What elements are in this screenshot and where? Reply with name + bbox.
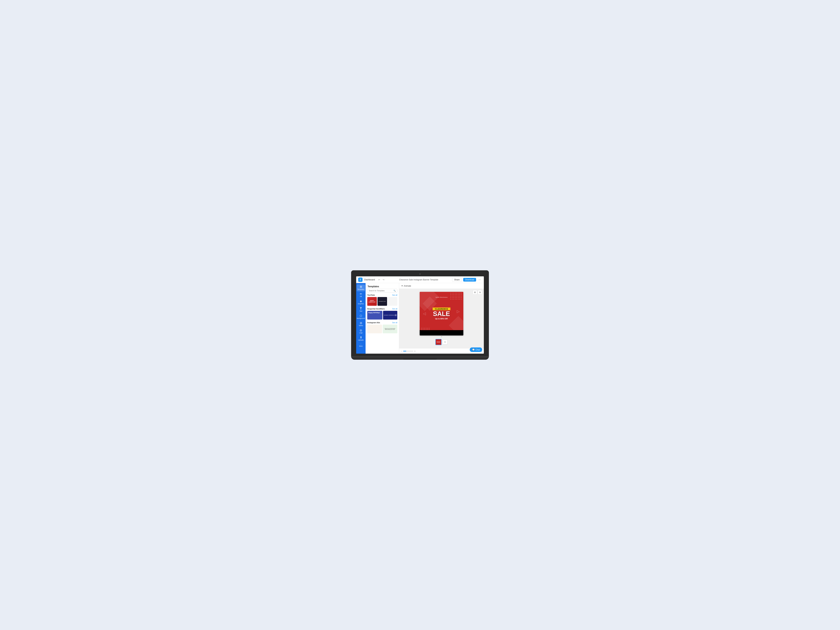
template-label: HAPPY LABOR DAY	[368, 300, 376, 303]
zoom-minus[interactable]: −	[401, 350, 402, 352]
zoom-slider[interactable]	[403, 351, 413, 352]
laptop: T Dashboard ↩ ↪ Clearance Sale Instagram…	[351, 270, 489, 360]
clearance-label: CLEARANCE	[433, 308, 450, 310]
sidebar-item-label: Uploads	[358, 339, 363, 341]
search-icon: 🔍	[393, 290, 396, 292]
arrow-left-decor: ◁	[423, 311, 426, 316]
share-button[interactable]: Share	[452, 278, 462, 282]
canvas-grid-button[interactable]: ⊞	[473, 290, 477, 295]
snapchat-template-grid: Happy Birthday! BUSINESS CONFERENCE 2030…	[367, 311, 397, 319]
sale-block: CLEARANCE SALE Up to 80% Off!	[433, 307, 450, 319]
zoom-plus[interactable]: +	[414, 350, 415, 352]
topbar-right: Share Download ···	[452, 278, 482, 282]
chat-icon: 💬	[472, 349, 475, 351]
sidebar-item-graphics[interactable]: ◈ Graphics	[357, 299, 365, 306]
see-all-instagram[interactable]: See all	[392, 322, 397, 324]
dashboard-label[interactable]: Dashboard	[364, 278, 375, 281]
template-section-snapchat: Snapchat Geofilters See all Happy Birthd…	[367, 308, 397, 319]
canvas-area: ✦ Animate ⊞ ⧉	[399, 283, 484, 354]
camera	[419, 273, 421, 275]
template-section-instagram: Instagram Ads See all Shop for your favo…	[367, 322, 397, 333]
sidebar-item-label: Fill	[360, 296, 362, 297]
templates-scroll: YouTube See all HAPPY LABOR DAY FATHER'S…	[366, 294, 399, 354]
template-item[interactable]: Happy Birthday!	[367, 311, 382, 319]
sidebar-item-uploads[interactable]: ⬆ Uploads	[357, 335, 365, 342]
topbar: T Dashboard ↩ ↪ Clearance Sale Instagram…	[356, 276, 484, 283]
add-page-button[interactable]: +	[442, 339, 448, 344]
chat-button[interactable]: 💬 Chat	[470, 347, 482, 352]
template-item[interactable]: HAPPY LABOR DAY	[367, 297, 377, 306]
sidebar-item-label: Templates	[357, 289, 364, 290]
sidebar-item-background[interactable]: ⬡ Background	[357, 314, 365, 321]
sidebar-item-text[interactable]: T Text	[357, 306, 365, 313]
template-label: Shop for your favorite goods without lea…	[384, 328, 397, 330]
templates-icon: ⊞	[360, 286, 362, 288]
document-title: Clearance Sale Instagram Banner Template	[387, 278, 450, 281]
sidebar-item-logo[interactable]: ◎ Logo	[357, 328, 365, 335]
next-template-arrow[interactable]: ›	[395, 314, 397, 316]
screen: T Dashboard ↩ ↪ Clearance Sale Instagram…	[356, 276, 484, 354]
sidebar-item-label: More	[359, 345, 363, 347]
background-icon: ⬡	[360, 314, 362, 317]
section-header-snapchat: Snapchat Geofilters See all	[367, 308, 397, 310]
search-input[interactable]	[369, 290, 392, 292]
canvas-main: ⊞ ⧉	[399, 289, 484, 348]
section-collapse-arrow[interactable]: ▾	[441, 335, 442, 338]
tables-icon: ⊟	[360, 322, 362, 324]
templates-search: 🔍	[366, 289, 399, 294]
template-item[interactable]	[367, 325, 382, 333]
more-icon: ···	[360, 343, 362, 345]
zoom-controls: − +	[401, 350, 415, 352]
template-section-youtube: YouTube See all HAPPY LABOR DAY FATHER'S…	[367, 294, 397, 306]
section-title-youtube: YouTube	[367, 294, 375, 296]
template-label: Happy Birthday!	[368, 312, 380, 314]
page-thumb-label: SALE	[436, 339, 441, 345]
sidebar-item-fill[interactable]: ✏ Fill	[357, 292, 365, 298]
sidebar-item-label: Tables	[359, 325, 363, 327]
app: T Dashboard ↩ ↪ Clearance Sale Instagram…	[356, 276, 484, 354]
uploads-icon: ⬆	[360, 336, 362, 339]
canvas-controls: ⊞ ⧉	[473, 290, 482, 295]
more-options-button[interactable]: ···	[477, 278, 482, 282]
see-all-youtube[interactable]: See all	[392, 294, 397, 296]
topbar-actions: ↩ ↪	[377, 278, 385, 281]
sidebar-item-more[interactable]: ··· More	[357, 342, 365, 348]
template-item[interactable]: FATHER'S DAY	[377, 297, 387, 306]
canvas-copy-button[interactable]: ⧉	[478, 290, 482, 295]
template-item[interactable]: Shop for your favorite goods without lea…	[383, 325, 398, 333]
logo-icon: ◎	[360, 329, 362, 332]
undo-button[interactable]: ↩	[377, 278, 381, 281]
animate-label: Animate	[404, 285, 411, 287]
design-canvas[interactable]: ◁ ▷ Vanko Electronics CLEARANCE SALE Up …	[420, 292, 463, 335]
sidebar-item-tables[interactable]: ⊟ Tables	[357, 321, 365, 328]
search-input-wrapper[interactable]: 🔍	[367, 289, 397, 293]
template-item[interactable]: BUSINESS CONFERENCE 2030 ›	[383, 311, 398, 319]
sidebar-item-templates[interactable]: ⊞ Templates	[357, 284, 365, 291]
page-thumbnail-1[interactable]: SALE	[436, 339, 442, 345]
sidebar-item-label: Logo	[359, 332, 363, 334]
sidebar-item-label: Text	[360, 310, 362, 312]
download-button[interactable]: Download	[463, 278, 476, 281]
graphics-icon: ◈	[360, 300, 362, 303]
section-header-youtube: YouTube See all	[367, 294, 397, 296]
arrow-right-decor: ▷	[457, 309, 459, 314]
templates-panel-title: Templates	[366, 283, 399, 289]
animate-icon: ✦	[401, 284, 403, 287]
canvas-toolbar: ✦ Animate	[399, 283, 484, 289]
text-icon: T	[360, 307, 362, 310]
section-header-instagram: Instagram Ads See all	[367, 322, 397, 324]
animate-button[interactable]: ✦ Animate	[401, 284, 411, 287]
dot-pattern-top-right	[450, 293, 462, 300]
chat-label: Chat	[475, 349, 480, 351]
see-all-snapchat[interactable]: See all	[392, 308, 397, 310]
redo-button[interactable]: ↪	[382, 278, 385, 281]
page-thumbnails: SALE +	[436, 338, 448, 346]
app-logo[interactable]: T	[358, 278, 363, 282]
laptop-base	[351, 356, 489, 360]
sale-text: SALE	[433, 311, 450, 317]
youtube-template-grid: HAPPY LABOR DAY FATHER'S DAY	[367, 297, 397, 306]
instagram-template-grid: Shop for your favorite goods without lea…	[367, 325, 397, 333]
template-item[interactable]	[388, 297, 397, 306]
screen-bezel: T Dashboard ↩ ↪ Clearance Sale Instagram…	[351, 270, 489, 356]
section-title-instagram: Instagram Ads	[367, 322, 380, 324]
